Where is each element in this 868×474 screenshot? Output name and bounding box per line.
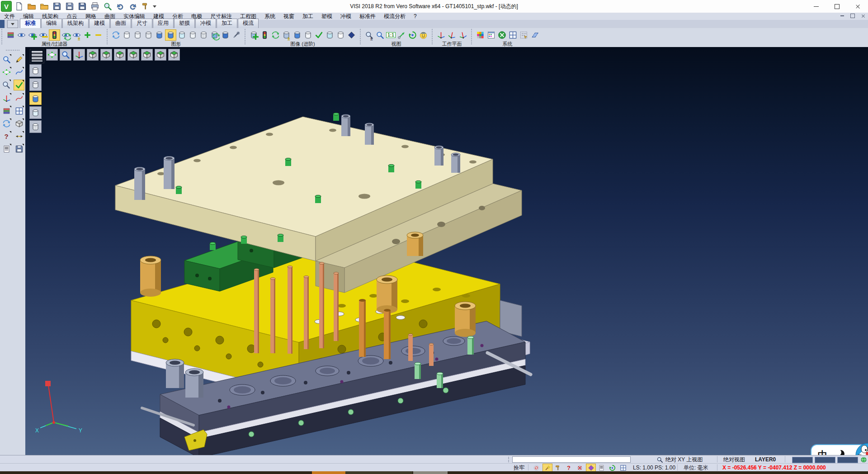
show-all-icon[interactable] bbox=[82, 30, 93, 40]
taskbar-segment[interactable] bbox=[345, 471, 412, 474]
solid-cube-icon[interactable] bbox=[14, 118, 24, 128]
auto-rotate-icon[interactable] bbox=[608, 464, 617, 471]
point-snap-icon[interactable] bbox=[586, 464, 596, 472]
shading-settings-icon[interactable] bbox=[231, 30, 241, 40]
close-button[interactable] bbox=[847, 0, 868, 13]
menu-standard-parts[interactable]: 标准件 bbox=[355, 13, 380, 20]
attribute-table-icon[interactable] bbox=[486, 30, 496, 40]
transparent-cylinder-icon[interactable] bbox=[177, 30, 187, 40]
taskbar-segment[interactable] bbox=[413, 471, 448, 474]
apply-shading-icon[interactable] bbox=[220, 30, 231, 40]
spline-tool-icon[interactable] bbox=[14, 93, 24, 103]
hide-remove-icon[interactable] bbox=[38, 30, 48, 40]
window-view-icon[interactable] bbox=[14, 106, 24, 116]
new-file-icon[interactable] bbox=[14, 1, 24, 12]
copy-image-icon[interactable] bbox=[249, 30, 259, 40]
edit-curve-icon[interactable] bbox=[14, 67, 24, 77]
lock-label[interactable]: 拴牢 bbox=[514, 465, 524, 471]
image-toggle-icon[interactable]: ± bbox=[281, 30, 292, 40]
image-outline-icon[interactable] bbox=[335, 30, 346, 40]
grid-snap-icon[interactable] bbox=[532, 464, 541, 471]
minimize-button[interactable] bbox=[806, 0, 826, 13]
image-confirm-icon[interactable] bbox=[314, 30, 324, 40]
image-plain-icon[interactable] bbox=[303, 30, 313, 40]
recycle-shading-icon[interactable] bbox=[209, 30, 220, 40]
redo-icon[interactable] bbox=[127, 1, 138, 12]
search-entity-icon[interactable] bbox=[1, 54, 11, 64]
query-help-icon[interactable]: ? bbox=[564, 464, 573, 471]
tab-standard[interactable]: 标准 bbox=[20, 19, 41, 28]
view-orientation-icon[interactable] bbox=[418, 30, 429, 40]
workplane-move-icon[interactable] bbox=[457, 29, 469, 41]
image-refresh-icon[interactable] bbox=[270, 30, 281, 40]
tab-edit[interactable]: 编辑 bbox=[41, 19, 62, 28]
open-recent-icon[interactable] bbox=[39, 1, 50, 12]
image-transparent-icon[interactable] bbox=[325, 30, 335, 40]
image-shaded-icon[interactable] bbox=[292, 30, 302, 40]
tab-modeling[interactable]: 建模 bbox=[89, 19, 110, 28]
shaded-edges-cylinder-icon[interactable] bbox=[165, 29, 176, 41]
attributes-icon[interactable] bbox=[5, 30, 16, 40]
hide-all-icon[interactable] bbox=[93, 30, 104, 40]
edit-entity-icon[interactable] bbox=[14, 54, 24, 64]
entity-list-icon[interactable] bbox=[597, 464, 606, 471]
zoom-window-icon[interactable] bbox=[375, 30, 385, 40]
units-label[interactable]: 单位: 毫米 bbox=[684, 465, 708, 471]
globe-status-icon[interactable] bbox=[859, 456, 868, 463]
toolbar-drag-handle[interactable] bbox=[6, 50, 19, 51]
snap-settings-icon[interactable] bbox=[519, 30, 529, 40]
select-plane-icon[interactable] bbox=[1, 67, 11, 77]
save-all-icon[interactable] bbox=[77, 1, 88, 12]
menu-mold[interactable]: 塑模 bbox=[317, 13, 336, 20]
wireframe-cylinder-icon[interactable] bbox=[122, 30, 132, 40]
mold-assembly-model[interactable]: X Y bbox=[25, 47, 868, 455]
image-solid-icon[interactable] bbox=[346, 30, 357, 40]
tab-progress[interactable]: 冲模 bbox=[195, 19, 216, 28]
toolbar-group-handle[interactable] bbox=[245, 29, 245, 44]
grid-display-icon[interactable] bbox=[529, 30, 540, 40]
tab-mold[interactable]: 塑膜 bbox=[174, 19, 195, 28]
layer-paint-icon[interactable] bbox=[1, 106, 11, 116]
menu-system[interactable]: 系统 bbox=[260, 13, 279, 20]
toolbar-group-handle[interactable] bbox=[432, 29, 433, 44]
viewport-split-icon[interactable] bbox=[618, 464, 627, 471]
tab-wireframe[interactable]: 线架构 bbox=[62, 19, 89, 28]
color-palette-icon[interactable] bbox=[475, 30, 486, 40]
tab-application[interactable]: 应用 bbox=[153, 19, 174, 28]
ghost-cylinder-icon[interactable] bbox=[188, 30, 198, 40]
refresh-icon[interactable] bbox=[1, 118, 11, 128]
toolbar-group-handle[interactable] bbox=[1, 29, 2, 44]
print-icon[interactable] bbox=[90, 1, 100, 12]
color-swatch-1[interactable] bbox=[792, 457, 813, 463]
tab-dimension[interactable]: 尺寸 bbox=[132, 19, 152, 28]
hatched-cylinder-icon[interactable] bbox=[198, 30, 209, 40]
shaded-cylinder-icon[interactable] bbox=[154, 30, 165, 40]
visibility-filter-icon[interactable] bbox=[49, 29, 60, 41]
toggle-visibility-icon[interactable]: ± bbox=[71, 30, 82, 40]
toolbar-group-handle[interactable] bbox=[471, 29, 472, 44]
save-as-icon[interactable] bbox=[64, 1, 75, 12]
smart-select-icon[interactable] bbox=[542, 464, 552, 472]
menu-file[interactable]: 文件 bbox=[0, 13, 19, 20]
workplane-create-icon[interactable] bbox=[436, 30, 446, 40]
help-query-icon[interactable]: ? bbox=[1, 131, 11, 141]
active-layer-label[interactable]: LAYER0 bbox=[755, 456, 776, 463]
absolute-view-label[interactable]: 绝对视图 bbox=[723, 456, 745, 463]
menu-progress[interactable]: 冲模 bbox=[336, 13, 355, 20]
command-input[interactable] bbox=[512, 456, 631, 463]
taskbar-app-segment[interactable] bbox=[312, 471, 345, 474]
show-add-icon[interactable] bbox=[27, 30, 38, 40]
measure-distance-icon[interactable] bbox=[14, 131, 24, 141]
mdi-close-icon[interactable] bbox=[861, 14, 865, 18]
confirm-selection-icon[interactable] bbox=[14, 80, 24, 90]
construction-icon[interactable] bbox=[553, 464, 562, 471]
toolbar-group-handle[interactable] bbox=[360, 29, 361, 44]
search-icon[interactable] bbox=[655, 456, 664, 463]
hidden-line-cylinder-icon[interactable] bbox=[132, 30, 143, 40]
filter-page-icon[interactable] bbox=[16, 30, 27, 40]
save-icon[interactable] bbox=[52, 1, 62, 12]
report-list-icon[interactable] bbox=[1, 144, 11, 154]
viewport-3d[interactable]: X Y 中 '。 bbox=[25, 47, 868, 455]
refresh-visibility-icon[interactable] bbox=[61, 30, 71, 40]
system-settings-icon[interactable] bbox=[497, 30, 507, 40]
